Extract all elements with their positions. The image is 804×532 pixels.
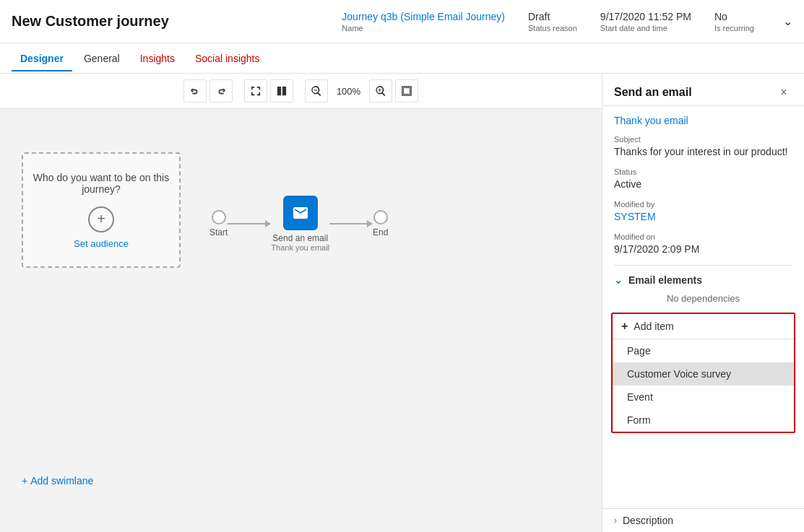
header: New Customer journey Journey q3b (Simple… [0,0,804,43]
journey-name-value: Journey q3b (Simple Email Journey) [342,11,505,22]
panel-body: Thank you email Subject Thanks for your … [602,106,804,508]
audience-text: Who do you want to be on this journey? [23,172,179,195]
add-swimlane-button[interactable]: + Add swimlane [22,475,93,487]
end-node: End [373,210,388,237]
panel-subject-field: Subject Thanks for your interest in our … [614,135,792,157]
description-item[interactable]: › Description [602,508,804,532]
expand-button[interactable] [244,79,267,103]
right-panel: Send an email × Thank you email Subject … [602,74,804,532]
zoom-in-button[interactable] [369,79,392,103]
status-label: Status reason [528,24,577,32]
no-dependencies-text: No dependencies [614,293,792,304]
add-swimlane-plus-icon: + [22,475,27,487]
set-audience-link[interactable]: Set audience [74,238,129,249]
add-audience-button[interactable]: + [88,206,114,232]
redo-button[interactable] [209,79,233,103]
zoom-percent: 100% [337,86,360,97]
header-fields: Journey q3b (Simple Email Journey) Name … [342,11,792,32]
flow-nodes: Start Send an email Thank you email [209,196,388,252]
add-item-plus-icon: + [621,320,628,333]
email-elements-chevron-icon: ⌄ [614,274,623,286]
date-value: 9/17/2020 11:52 PM [600,11,691,22]
journey-name-label: Name [342,24,505,32]
arrow-head-1 [265,220,271,227]
header-field-date: 9/17/2020 11:52 PM Start date and time [600,11,691,32]
status-value: Draft [528,11,577,22]
email-node[interactable]: Send an email Thank you email [271,196,329,252]
dropdown-item-form[interactable]: Form [613,409,794,432]
tab-designer[interactable]: Designer [12,45,72,71]
panel-modified-on-field: Modified on 9/17/2020 2:09 PM [614,232,792,255]
panel-status-field: Status Active [614,167,792,190]
panel-close-button[interactable]: × [775,84,792,101]
fit-view-button[interactable] [395,79,418,103]
undo-button[interactable] [183,79,207,103]
date-label: Start date and time [600,24,691,32]
zoom-out-button[interactable] [305,79,328,103]
modified-on-value: 9/17/2020 2:09 PM [614,243,792,255]
panel-email-link[interactable]: Thank you email [614,115,792,126]
email-node-sublabel: Thank you email [271,243,329,252]
arrow-1 [228,220,271,227]
dropdown-item-customer-voice[interactable]: Customer Voice survey [613,362,794,385]
dropdown-item-event[interactable]: Event [613,385,794,409]
header-field-status: Draft Status reason [528,11,577,32]
add-swimlane-label: Add swimlane [30,475,93,487]
description-label: Description [623,515,673,526]
zoom-level-display: 100% [331,86,366,97]
arrow-2 [329,220,373,227]
canvas-toolbar: 100% [0,74,602,109]
end-circle [373,210,388,224]
add-item-button[interactable]: + Add item [613,314,794,339]
subject-value: Thanks for your interest in our product! [614,146,792,157]
start-circle [212,210,226,224]
main-content: 100% Who do you want to be on this journ… [0,74,804,532]
panel-title: Send an email [614,86,692,99]
modified-by-value[interactable]: SYSTEM [614,211,792,222]
email-node-label: Send an email [272,233,328,243]
header-field-recurring: No Is recurring [714,11,754,32]
arrow-line-1 [228,223,265,224]
recurring-value: No [714,11,754,22]
email-elements-section: ⌄ Email elements No dependencies + Add i… [614,265,792,433]
email-elements-label: Email elements [628,274,702,286]
description-chevron-icon: › [614,515,617,526]
email-node-icon[interactable] [283,196,318,230]
status-field-label: Status [614,167,792,176]
canvas-area: 100% Who do you want to be on this journ… [0,74,602,532]
journey-diagram: Who do you want to be on this journey? +… [0,109,602,530]
panel-header: Send an email × [602,74,804,106]
tab-insights[interactable]: Insights [131,45,183,71]
page-title: New Customer journey [12,13,169,30]
panel-modified-by-field: Modified by SYSTEM [614,200,792,222]
end-label: End [373,227,388,237]
tabs-bar: Designer General Insights Social insight… [0,43,804,74]
arrow-head-2 [367,220,373,227]
add-item-dropdown: + Add item Page Customer Voice survey Ev… [611,313,795,433]
arrow-line-2 [329,223,367,224]
email-elements-header[interactable]: ⌄ Email elements [614,274,792,286]
svg-rect-1 [404,88,410,95]
split-view-button[interactable] [270,79,293,103]
audience-box: Who do you want to be on this journey? +… [22,152,181,268]
header-field-name: Journey q3b (Simple Email Journey) Name [342,11,505,32]
start-node: Start [209,210,228,237]
status-field-value: Active [614,178,792,190]
recurring-label: Is recurring [714,24,754,32]
header-chevron-icon[interactable]: ⌄ [783,14,792,28]
modified-by-label: Modified by [614,200,792,209]
tab-social-insights[interactable]: Social insights [186,45,269,71]
tab-general[interactable]: General [75,45,129,71]
add-item-label: Add item [634,320,673,332]
subject-label: Subject [614,135,792,144]
dropdown-item-page[interactable]: Page [613,339,794,362]
start-label: Start [209,227,228,237]
modified-on-label: Modified on [614,232,792,241]
